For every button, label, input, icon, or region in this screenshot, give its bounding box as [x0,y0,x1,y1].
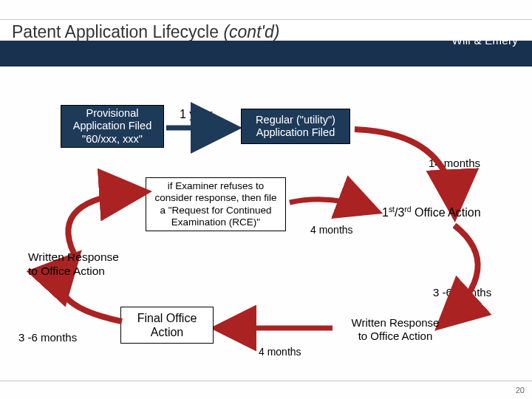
box-provisional: Provisional Application Filed "60/xxx, x… [61,105,164,148]
final-l1: Final Office [126,311,208,325]
box-regular: Regular ("utility") Application Filed [241,109,350,144]
label-36-left: 3 -6 months [18,331,77,344]
rce-l2: consider response, then file [151,192,281,204]
rce-l1: if Examiner refuses to [151,180,281,192]
footer-rule [0,381,532,381]
box-rce: if Examiner refuses to consider response… [146,177,286,231]
final-l2: Action [126,325,208,339]
title-plain: Patent Application Lifecycle [12,22,223,41]
rce-l4: Examination (RCE)" [151,216,281,228]
oa-post: Office Action [412,206,481,219]
arrow-prov-to-regular [164,117,242,139]
arrow-rce-to-oa [286,188,382,232]
logo-l2: Will & Emery [452,35,518,47]
arrow-wr-to-final [214,319,340,341]
oa-pre: 1 [382,206,389,219]
prov-l2: Application Filed [66,120,159,132]
label-written-response-right: Written Response to Office Action [340,316,451,343]
label-4mo-lower: 4 months [259,346,301,358]
box-final-oa: Final Office Action [120,307,214,344]
rce-l3: a "Request for Continued [151,205,281,216]
prov-l1: Provisional [66,107,159,120]
wr2-l1: Written Response [340,316,451,330]
oa-sup1: st [389,205,395,214]
wr-l2: to Office Action [28,265,146,279]
title-italic: (cont'd) [223,22,279,41]
logo-l1a: M [452,22,462,35]
logo: McDermott Will & Emery [452,23,518,47]
reg-l2: Application Filed [246,126,345,139]
reg-l1: Regular ("utility") [246,114,345,126]
label-1st-3rd-oa: 1st/3rd Office Action [382,205,481,219]
oa-sup2: rd [404,205,411,214]
page-number: 20 [516,386,525,395]
wr2-l2: to Office Action [340,330,451,343]
logo-l1b: Dermott [465,22,505,35]
logo-sup: c [461,23,464,30]
oa-mid: /3 [395,206,404,219]
arrow-wr-to-rce [44,176,155,261]
prov-l3: "60/xxx, xxx" [66,133,159,146]
page-title: Patent Application Lifecycle (cont'd) [12,22,279,42]
